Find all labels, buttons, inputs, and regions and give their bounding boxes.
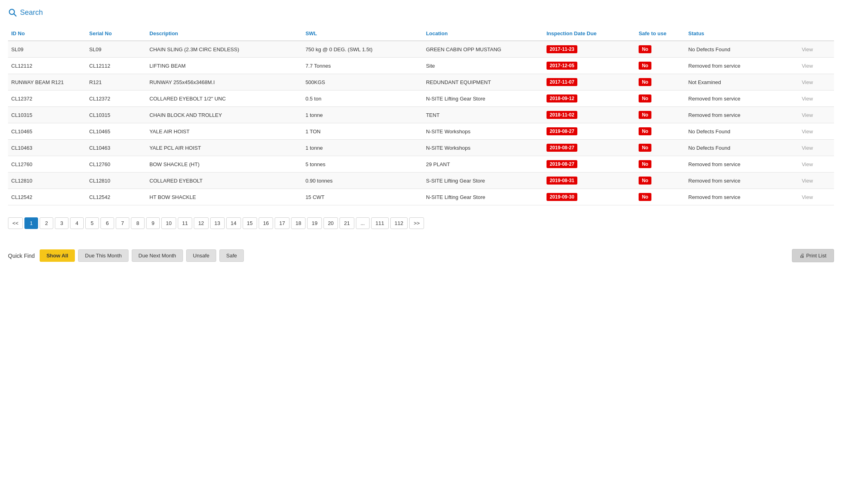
cell-location: N-SITE Workshops — [423, 140, 543, 156]
cell-inspection-date: 2019-08-27 — [543, 140, 635, 156]
pagination-page-11[interactable]: 11 — [178, 217, 192, 229]
pagination-page-10[interactable]: 10 — [161, 217, 176, 229]
pagination-page-112[interactable]: 112 — [390, 217, 408, 229]
qf-btn-show-all[interactable]: Show All — [40, 249, 75, 262]
cell-safe-to-use: No — [635, 41, 685, 58]
cell-serial: CL10463 — [86, 140, 147, 156]
cell-safe-to-use-badge: No — [639, 177, 651, 185]
pagination-page-19[interactable]: 19 — [307, 217, 322, 229]
cell-swl: 750 kg @ 0 DEG. (SWL 1.5t) — [302, 41, 423, 58]
cell-safe-to-use: No — [635, 156, 685, 173]
cell-safe-to-use-badge: No — [639, 160, 651, 168]
cell-description: COLLARED EYEBOLT — [146, 173, 302, 189]
cell-safe-to-use-badge: No — [639, 193, 651, 201]
pagination-next[interactable]: >> — [409, 217, 424, 229]
view-link[interactable]: View — [802, 178, 813, 184]
cell-inspection-date: 2018-11-02 — [543, 107, 635, 123]
cell-serial: SL09 — [86, 41, 147, 58]
cell-location: S-SITE Lifting Gear Store — [423, 173, 543, 189]
th-swl: SWL — [302, 26, 423, 41]
qf-btn-safe[interactable]: Safe — [219, 249, 244, 262]
pagination-prev[interactable]: << — [8, 217, 23, 229]
cell-view[interactable]: View — [798, 41, 834, 58]
cell-location: N-SITE Lifting Gear Store — [423, 189, 543, 205]
pagination-page-7[interactable]: 7 — [116, 217, 129, 229]
pagination-page-2[interactable]: 2 — [40, 217, 53, 229]
pagination-page-14[interactable]: 14 — [226, 217, 241, 229]
pagination-page-8[interactable]: 8 — [131, 217, 145, 229]
cell-view[interactable]: View — [798, 58, 834, 74]
cell-id: RUNWAY BEAM R121 — [8, 74, 86, 90]
pagination-page-16[interactable]: 16 — [259, 217, 273, 229]
qf-btn-due-this-month[interactable]: Due This Month — [78, 249, 129, 262]
cell-view[interactable]: View — [798, 156, 834, 173]
cell-inspection-date: 2017-11-23 — [543, 41, 635, 58]
pagination-page-1[interactable]: 1 — [24, 217, 38, 229]
pagination-page-20[interactable]: 20 — [324, 217, 338, 229]
print-button[interactable]: 🖨 Print List — [792, 249, 834, 262]
pagination-page-13[interactable]: 13 — [210, 217, 225, 229]
view-link[interactable]: View — [802, 79, 813, 85]
pagination-page-18[interactable]: 18 — [291, 217, 305, 229]
view-link[interactable]: View — [802, 46, 813, 52]
cell-status: No Defects Found — [685, 41, 798, 58]
th-location: Location — [423, 26, 543, 41]
cell-status: Removed from service — [685, 173, 798, 189]
cell-safe-to-use: No — [635, 189, 685, 205]
th-safe-to-use: Safe to use — [635, 26, 685, 41]
pagination-page-12[interactable]: 12 — [194, 217, 208, 229]
view-link[interactable]: View — [802, 63, 813, 69]
pagination-page-5[interactable]: 5 — [85, 217, 99, 229]
cell-swl: 5 tonnes — [302, 156, 423, 173]
cell-serial: CL12760 — [86, 156, 147, 173]
cell-safe-to-use-badge: No — [639, 144, 651, 152]
view-link[interactable]: View — [802, 145, 813, 151]
cell-view[interactable]: View — [798, 173, 834, 189]
th-status: Status — [685, 26, 798, 41]
cell-inspection-date-badge: 2019-09-30 — [547, 193, 577, 201]
cell-inspection-date-badge: 2019-08-27 — [547, 144, 577, 152]
table-row: CL10463CL10463YALE PCL AIR HOIST1 tonneN… — [8, 140, 834, 156]
table-row: CL12542CL12542HT BOW SHACKLE15 CWTN-SITE… — [8, 189, 834, 205]
cell-inspection-date: 2017-11-07 — [543, 74, 635, 90]
view-link[interactable]: View — [802, 194, 813, 200]
cell-view[interactable]: View — [798, 189, 834, 205]
cell-inspection-date-badge: 2019-08-27 — [547, 127, 577, 135]
search-bar[interactable]: Search — [8, 8, 834, 17]
view-link[interactable]: View — [802, 161, 813, 167]
cell-safe-to-use: No — [635, 107, 685, 123]
pagination-page-17[interactable]: 17 — [275, 217, 289, 229]
cell-view[interactable]: View — [798, 107, 834, 123]
view-link[interactable]: View — [802, 129, 813, 135]
pagination-page-111[interactable]: 111 — [371, 217, 389, 229]
pagination-page-3[interactable]: 3 — [55, 217, 68, 229]
pagination-page-...[interactable]: ... — [356, 217, 370, 229]
cell-view[interactable]: View — [798, 140, 834, 156]
cell-view[interactable]: View — [798, 123, 834, 140]
table-row: CL10465CL10465YALE AIR HOIST1 TONN-SITE … — [8, 123, 834, 140]
table-row: CL12760CL12760BOW SHACKLE (HT)5 tonnes29… — [8, 156, 834, 173]
cell-view[interactable]: View — [798, 74, 834, 90]
pagination-page-21[interactable]: 21 — [340, 217, 354, 229]
cell-view[interactable]: View — [798, 90, 834, 107]
search-label: Search — [20, 8, 43, 17]
pagination-page-15[interactable]: 15 — [243, 217, 257, 229]
cell-description: BOW SHACKLE (HT) — [146, 156, 302, 173]
view-link[interactable]: View — [802, 112, 813, 118]
cell-location: GREEN CABIN OPP MUSTANG — [423, 41, 543, 58]
cell-inspection-date: 2019-08-27 — [543, 156, 635, 173]
cell-description: CHAIN BLOCK AND TROLLEY — [146, 107, 302, 123]
cell-inspection-date-badge: 2019-08-27 — [547, 160, 577, 168]
cell-description: HT BOW SHACKLE — [146, 189, 302, 205]
view-link[interactable]: View — [802, 96, 813, 102]
pagination-page-9[interactable]: 9 — [146, 217, 160, 229]
cell-safe-to-use-badge: No — [639, 111, 651, 119]
qf-btn-due-next-month[interactable]: Due Next Month — [132, 249, 183, 262]
cell-description: YALE PCL AIR HOIST — [146, 140, 302, 156]
cell-status: No Defects Found — [685, 140, 798, 156]
pagination-page-4[interactable]: 4 — [70, 217, 84, 229]
pagination-page-6[interactable]: 6 — [100, 217, 114, 229]
pagination: <<123456789101112131415161718192021...11… — [8, 217, 834, 229]
quick-find-bar: Quick Find Show AllDue This MonthDue Nex… — [8, 249, 834, 262]
qf-btn-unsafe[interactable]: Unsafe — [186, 249, 216, 262]
